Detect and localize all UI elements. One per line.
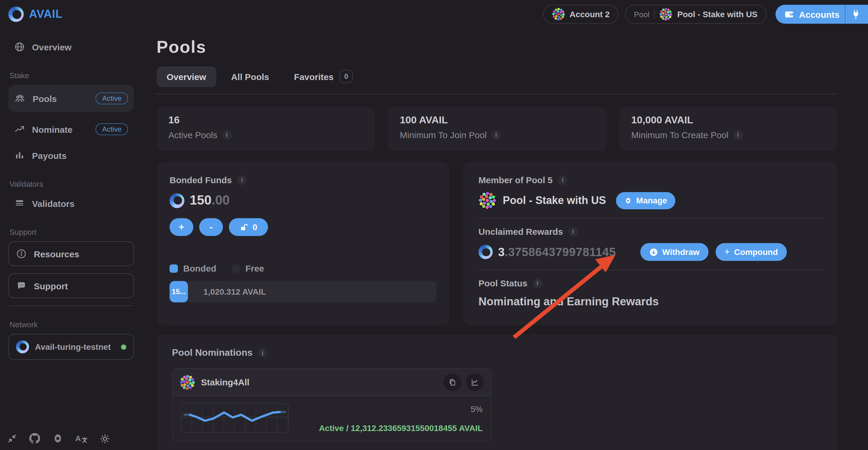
withdraw-button-label: Withdraw <box>662 247 700 257</box>
info-icon[interactable]: i <box>492 130 501 140</box>
language-icon-glyph: A <box>75 434 81 443</box>
favorites-count-badge: 0 <box>339 70 353 83</box>
stat-card-min-join: 100 AVAIL Minimum To Join Pool i <box>388 107 607 151</box>
sidebar-item-label: Payouts <box>32 150 67 160</box>
sidebar: Overview Stake Pools Active Nominate Act… <box>0 28 142 450</box>
network-status-dot <box>121 344 126 350</box>
info-icon[interactable]: i <box>533 278 542 288</box>
active-badge: Active <box>96 93 128 104</box>
trending-up-icon <box>14 124 25 135</box>
stat-value: 16 <box>168 115 363 126</box>
accounts-button[interactable]: Accounts <box>775 5 868 24</box>
manage-button[interactable]: Manage <box>616 192 675 209</box>
stat-card-active-pools: 16 Active Pools i <box>157 107 375 151</box>
compound-button-label: Compound <box>734 247 778 257</box>
bond-remove-button[interactable]: - <box>199 218 223 236</box>
tab-label: Overview <box>166 71 206 82</box>
free-swatch <box>232 264 240 272</box>
sidebar-item-label: Pools <box>33 93 57 103</box>
pill-divider <box>654 9 655 19</box>
bonded-amount-dec: .00 <box>211 193 229 207</box>
pool-status-value: Nominating and Earning Rewards <box>478 295 823 308</box>
info-icon[interactable]: i <box>568 227 578 236</box>
gear-icon[interactable] <box>52 433 63 444</box>
reward-dec: .3758643799781145 <box>504 245 616 258</box>
account-pill-label: Account 2 <box>569 9 610 19</box>
tab-favorites[interactable]: Favorites 0 <box>284 65 363 88</box>
sidebar-item-validators[interactable]: Validators <box>8 193 134 214</box>
pool-pill[interactable]: Pool Pool - Stake with US <box>625 5 767 24</box>
brand-name: AVAIL <box>29 8 63 21</box>
network-name: Avail-turing-testnet <box>35 342 111 352</box>
brightness-icon[interactable] <box>100 433 111 444</box>
brand[interactable]: AVAIL <box>8 6 63 22</box>
globe-icon <box>14 41 25 52</box>
bar-chart-icon <box>14 150 25 161</box>
free-balance-label: 1,020.312 AVAIL <box>204 287 266 296</box>
sidebar-item-label: Support <box>34 281 68 291</box>
sidebar-item-nominate[interactable]: Nominate Active <box>8 119 134 139</box>
topbar-right: Account 2 Pool Pool - Stake with US Acco… <box>543 5 868 24</box>
section-label-support: Support <box>9 228 134 236</box>
gear-icon <box>624 197 632 204</box>
network-selector[interactable]: Avail-turing-testnet <box>8 334 134 360</box>
legend-bonded-label: Bonded <box>183 263 216 273</box>
info-icon[interactable]: i <box>258 348 268 357</box>
pool-pill-prefix: Pool <box>634 10 650 19</box>
sidebar-item-resources[interactable]: Resources <box>8 241 134 266</box>
server-icon <box>14 198 25 209</box>
active-badge: Active <box>96 123 128 135</box>
info-icon[interactable]: i <box>733 130 743 140</box>
unlock-chunks-button[interactable]: 0 <box>229 218 268 236</box>
sidebar-item-label: Validators <box>32 198 74 208</box>
info-icon[interactable]: i <box>558 175 567 185</box>
funds-legend: Bonded Free <box>169 263 436 273</box>
sidebar-item-support[interactable]: Support <box>8 273 134 298</box>
sidebar-item-payouts[interactable]: Payouts <box>8 145 134 165</box>
avail-token-icon <box>478 245 493 259</box>
stats-row: 16 Active Pools i 100 AVAIL Minimum To J… <box>157 107 838 151</box>
bond-add-button[interactable]: + <box>169 218 193 236</box>
tab-label: Favorites <box>294 71 334 82</box>
account-identicon <box>552 8 565 21</box>
validator-name: Staking4All <box>201 377 249 387</box>
sidebar-item-label: Nominate <box>32 124 73 134</box>
unlock-count: 0 <box>253 222 257 232</box>
tab-overview[interactable]: Overview <box>157 66 216 87</box>
copy-address-button[interactable] <box>443 373 461 391</box>
page-title: Pools <box>157 37 838 57</box>
withdraw-button[interactable]: Withdraw <box>640 243 709 261</box>
tab-all-pools[interactable]: All Pools <box>221 66 279 87</box>
info-icon[interactable]: i <box>222 130 231 140</box>
commission-value: 5% <box>471 404 483 414</box>
avail-logo-icon <box>8 6 24 22</box>
connect-plug-icon[interactable] <box>851 9 861 19</box>
stat-value: 10,000 AVAIL <box>631 115 826 126</box>
sidebar-item-overview[interactable]: Overview <box>8 37 134 57</box>
bonded-bar-segment: 15... <box>169 281 188 302</box>
pool-identicon <box>478 192 496 209</box>
info-icon[interactable]: i <box>237 175 247 185</box>
unclaimed-rewards-title: Unclaimed Rewards <box>478 226 563 236</box>
main-content: Pools Overview All Pools Favorites 0 16 … <box>157 28 838 450</box>
sidebar-divider <box>9 306 133 306</box>
stat-label: Minimum To Join Pool <box>400 130 487 140</box>
account-pill[interactable]: Account 2 <box>543 5 618 24</box>
users-icon <box>14 93 26 104</box>
divider <box>478 270 823 270</box>
compound-button[interactable]: + Compound <box>716 243 787 261</box>
sidebar-item-label: Overview <box>32 42 71 52</box>
sidebar-item-pools[interactable]: Pools Active <box>8 85 134 112</box>
stat-card-min-create: 10,000 AVAIL Minimum To Create Pool i <box>619 107 838 151</box>
legend-free-label: Free <box>245 263 264 273</box>
collapse-icon[interactable] <box>7 433 17 444</box>
divider <box>478 218 823 219</box>
language-icon[interactable]: A <box>75 434 88 443</box>
nomination-item: Staking4All <box>172 368 492 442</box>
bonded-amount-int: 150 <box>190 193 211 207</box>
pool-pill-label: Pool - Stake with US <box>677 9 758 19</box>
plus-icon: + <box>724 247 730 257</box>
github-icon[interactable] <box>29 433 40 444</box>
metrics-chart-button[interactable] <box>466 373 484 391</box>
unlock-icon <box>240 223 248 231</box>
